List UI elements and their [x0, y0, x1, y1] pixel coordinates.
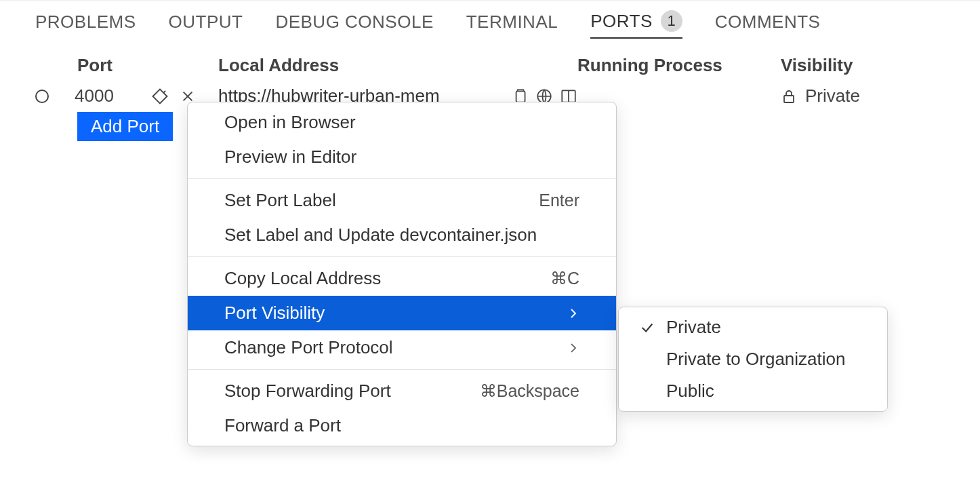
- tab-terminal-label: TERMINAL: [466, 12, 558, 33]
- submenu-private[interactable]: Private: [619, 311, 887, 343]
- menu-stop-forwarding-label: Stop Forwarding Port: [224, 381, 391, 402]
- column-port: Port: [35, 55, 218, 76]
- port-number: 4000: [75, 85, 114, 107]
- menu-separator: [188, 256, 616, 257]
- svg-rect-0: [516, 91, 525, 102]
- menu-set-port-label-label: Set Port Label: [224, 190, 336, 211]
- tab-problems-label: PROBLEMS: [35, 12, 136, 33]
- menu-forward-a-port-label: Forward a Port: [224, 415, 341, 436]
- menu-copy-local-address-label: Copy Local Address: [224, 268, 381, 289]
- cell-visibility: Private: [781, 85, 945, 107]
- visibility-submenu: Private Private to Organization Public: [618, 307, 888, 412]
- add-port-button[interactable]: Add Port: [77, 112, 173, 141]
- tab-debug-console[interactable]: DEBUG CONSOLE: [275, 12, 433, 38]
- chevron-right-icon: [567, 307, 579, 320]
- menu-preview-in-editor-label: Preview in Editor: [224, 147, 356, 168]
- menu-open-in-browser[interactable]: Open in Browser: [188, 105, 616, 140]
- tab-output[interactable]: OUTPUT: [169, 12, 243, 38]
- check-icon: [638, 320, 657, 335]
- submenu-private-org-label: Private to Organization: [666, 349, 845, 370]
- tab-output-label: OUTPUT: [169, 12, 243, 33]
- tab-comments-label: COMMENTS: [715, 12, 821, 33]
- tab-problems[interactable]: PROBLEMS: [35, 12, 136, 38]
- menu-set-label-devcontainer[interactable]: Set Label and Update devcontainer.json: [188, 218, 616, 252]
- visibility-value: Private: [805, 85, 860, 107]
- tab-debug-console-label: DEBUG CONSOLE: [275, 12, 433, 33]
- chevron-right-icon: [567, 342, 579, 354]
- tab-comments[interactable]: COMMENTS: [715, 12, 821, 38]
- menu-separator: [188, 178, 616, 179]
- tab-ports[interactable]: PORTS 1: [590, 10, 682, 39]
- column-visibility: Visibility: [781, 55, 945, 76]
- menu-set-port-label[interactable]: Set Port Label Enter: [188, 183, 616, 218]
- context-menu: Open in Browser Preview in Editor Set Po…: [187, 102, 617, 446]
- column-local-address: Local Address: [218, 55, 577, 76]
- label-tag-icon[interactable]: [150, 87, 169, 106]
- menu-change-port-protocol-label: Change Port Protocol: [224, 337, 393, 358]
- menu-change-port-protocol[interactable]: Change Port Protocol: [188, 330, 616, 365]
- column-running-process: Running Process: [577, 55, 781, 76]
- submenu-public[interactable]: Public: [619, 375, 887, 407]
- tab-ports-label: PORTS: [590, 11, 653, 32]
- tab-terminal[interactable]: TERMINAL: [466, 12, 558, 38]
- menu-set-port-label-shortcut: Enter: [539, 191, 579, 210]
- panel-tabs: PROBLEMS OUTPUT DEBUG CONSOLE TERMINAL P…: [0, 1, 980, 45]
- menu-open-in-browser-label: Open in Browser: [224, 112, 356, 133]
- submenu-public-label: Public: [666, 381, 714, 402]
- menu-port-visibility-label: Port Visibility: [224, 303, 325, 324]
- port-status-icon: [35, 90, 49, 103]
- menu-port-visibility[interactable]: Port Visibility: [188, 296, 616, 330]
- menu-copy-local-address-shortcut: ⌘C: [550, 269, 579, 288]
- menu-separator: [188, 369, 616, 370]
- ports-badge: 1: [661, 10, 682, 32]
- ports-table-header: Port Local Address Running Process Visib…: [0, 45, 980, 81]
- menu-copy-local-address[interactable]: Copy Local Address ⌘C: [188, 261, 616, 296]
- menu-stop-forwarding-shortcut: ⌘Backspace: [480, 381, 579, 401]
- menu-forward-a-port[interactable]: Forward a Port: [188, 408, 616, 443]
- lock-icon: [781, 88, 797, 104]
- menu-stop-forwarding-port[interactable]: Stop Forwarding Port ⌘Backspace: [188, 374, 616, 408]
- submenu-private-to-organization[interactable]: Private to Organization: [619, 343, 887, 375]
- submenu-private-label: Private: [666, 317, 721, 338]
- menu-set-label-devcontainer-label: Set Label and Update devcontainer.json: [224, 225, 537, 246]
- svg-rect-3: [784, 96, 794, 102]
- menu-preview-in-editor[interactable]: Preview in Editor: [188, 140, 616, 174]
